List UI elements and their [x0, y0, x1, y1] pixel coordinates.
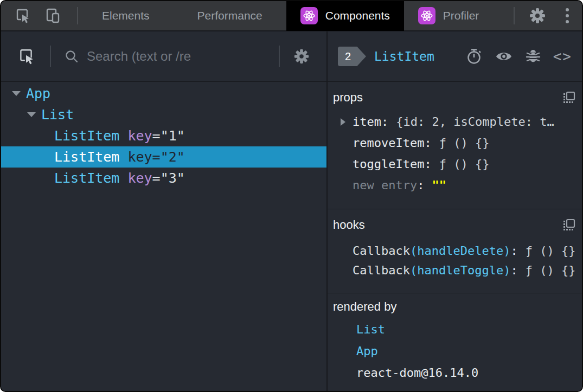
rendered-by-title: rendered by [333, 300, 396, 314]
toolbar-separator [50, 46, 51, 67]
tree-item-listitem-1[interactable]: ListItemkey="1" [1, 125, 326, 146]
expand-arrow-icon[interactable] [12, 91, 21, 96]
tab-elements[interactable]: Elements [78, 1, 174, 31]
tree-item-listitem-2[interactable]: ListItemkey="2" [1, 146, 326, 168]
devtools-topbar: Elements Performance Components [1, 1, 582, 31]
debug-bug-icon[interactable] [524, 48, 542, 65]
prop-value: ƒ () {} [439, 136, 490, 150]
view-source-code-icon[interactable]: <> [554, 48, 571, 65]
component-tree: App List ListItemkey="1" ListItemkey="2"… [1, 82, 326, 189]
inspect-element-icon[interactable] [13, 8, 31, 24]
tab-label: Performance [197, 9, 262, 22]
react-logo-icon [300, 7, 318, 24]
component-name: List [41, 107, 74, 123]
tab-label: Profiler [443, 9, 479, 22]
colon: : [510, 244, 517, 258]
tree-toolbar [1, 31, 326, 82]
prop-row-new-entry[interactable]: new entry: "" [333, 175, 575, 196]
tab-label: Components [325, 9, 390, 22]
key-value: ="1" [152, 128, 185, 144]
inspector-header: 2 ListItem [328, 31, 583, 82]
hook-row-handledelete[interactable]: Callback(handleDelete): ƒ () {} [333, 241, 575, 260]
key-value: ="2" [152, 149, 185, 165]
suspense-timer-icon[interactable] [466, 48, 483, 65]
copy-hooks-icon[interactable] [562, 219, 575, 232]
owners-stack-badge[interactable]: 2 [338, 47, 366, 66]
kebab-menu-icon[interactable] [563, 6, 571, 25]
topbar-separator [514, 7, 515, 24]
tree-item-app[interactable]: App [1, 83, 326, 104]
colon: : [417, 178, 424, 192]
selected-component-name: ListItem [374, 49, 434, 63]
prop-name: item [353, 115, 381, 128]
devtools-window: Elements Performance Components [0, 0, 583, 392]
hook-row-handletoggle[interactable]: Callback(handleToggle): ƒ () {} [333, 260, 575, 280]
tab-components[interactable]: Components [286, 1, 404, 31]
tab-label: Elements [102, 9, 150, 22]
prop-value: ƒ () {} [439, 157, 490, 171]
search-input[interactable] [87, 49, 265, 64]
key-attribute: key [127, 170, 152, 186]
key-attribute: key [127, 149, 152, 165]
renderer-version: react-dom@16.14.0 [356, 366, 478, 380]
hook-value: ƒ () {} [526, 244, 576, 258]
hook-value: ƒ () {} [526, 264, 576, 277]
new-entry-field[interactable]: new entry [353, 178, 417, 192]
hook-type: Callback [353, 264, 410, 277]
key-value: ="3" [152, 170, 185, 186]
owner-link[interactable]: App [356, 344, 378, 358]
rendered-by-section: rendered by List App react-dom@16.14.0 [328, 293, 583, 391]
colon: : [381, 115, 388, 128]
component-name: App [26, 86, 50, 101]
tree-item-list[interactable]: List [1, 104, 326, 125]
pick-component-icon[interactable] [17, 48, 36, 65]
inspect-dom-eye-icon[interactable] [495, 49, 512, 63]
props-title: props [333, 91, 363, 105]
component-name: ListItem [54, 128, 119, 144]
prop-row-removeitem[interactable]: removeItem: ƒ () {} [333, 132, 575, 153]
hooks-title: hooks [333, 218, 365, 232]
prop-name: toggleItem [353, 157, 424, 171]
hook-type: Callback [353, 244, 410, 258]
colon: : [424, 157, 431, 171]
component-name: ListItem [54, 149, 119, 165]
prop-row-toggleitem[interactable]: toggleItem: ƒ () {} [333, 153, 575, 175]
copy-props-icon[interactable] [562, 91, 575, 104]
tree-settings-gear-icon[interactable] [293, 48, 310, 65]
expand-arrow-icon[interactable] [27, 112, 36, 117]
devtools-main: App List ListItemkey="1" ListItemkey="2"… [1, 31, 582, 391]
colon: : [510, 264, 517, 277]
react-logo-icon [418, 7, 435, 24]
props-section: props item: [328, 82, 583, 209]
search-icon [64, 49, 80, 64]
owner-row-react-dom: react-dom@16.14.0 [333, 362, 575, 383]
expand-arrow-icon[interactable] [341, 118, 345, 126]
settings-gear-icon[interactable] [528, 7, 547, 25]
colon: : [424, 136, 431, 150]
component-name: ListItem [54, 170, 119, 186]
tab-profiler[interactable]: Profiler [404, 1, 494, 31]
hooks-section: hooks Callback(handleDelete): [328, 209, 583, 293]
prop-value: {id: 2, isComplete: t… [396, 115, 554, 128]
owner-row-list[interactable]: List [333, 318, 575, 340]
owner-link[interactable]: List [356, 323, 385, 336]
owner-row-app[interactable]: App [333, 340, 575, 362]
tab-performance[interactable]: Performance [174, 1, 286, 31]
key-attribute: key [127, 128, 152, 144]
prop-row-item[interactable]: item: {id: 2, isComplete: t… [333, 111, 575, 132]
device-toolbar-icon[interactable] [43, 7, 63, 24]
hook-name: (handleToggle) [410, 264, 510, 277]
toolbar-separator [279, 46, 280, 67]
tree-item-listitem-3[interactable]: ListItemkey="3" [1, 168, 326, 189]
prop-name: removeItem [353, 136, 424, 150]
components-tree-panel: App List ListItemkey="1" ListItemkey="2"… [1, 31, 328, 391]
component-inspector-panel: 2 ListItem [328, 31, 583, 391]
new-entry-value-input[interactable]: "" [432, 178, 446, 192]
hook-name: (handleDelete) [410, 244, 510, 258]
